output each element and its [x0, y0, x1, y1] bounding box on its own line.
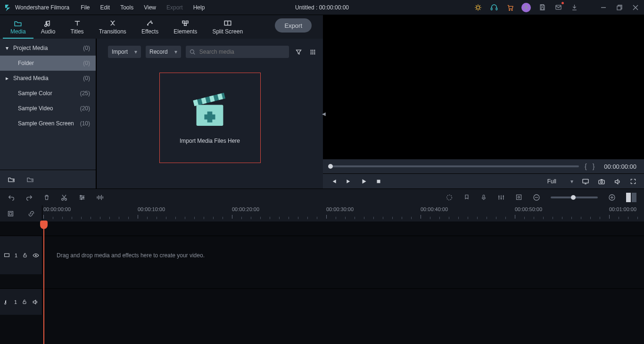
- svg-rect-76: [8, 211, 13, 216]
- window-close[interactable]: [631, 3, 640, 12]
- svg-rect-10: [496, 8, 497, 10]
- preview-scrubber[interactable]: [330, 165, 579, 167]
- svg-rect-81: [23, 302, 26, 304]
- menu-edit[interactable]: Edit: [97, 2, 114, 13]
- redo-icon[interactable]: [25, 194, 33, 201]
- tab-transitions[interactable]: Transitions: [91, 16, 134, 39]
- sidebar-item-sample-green[interactable]: Sample Green Screen (10): [0, 116, 96, 131]
- menubar: Wondershare Filmora File Edit Tools View…: [0, 0, 644, 15]
- snapshot-icon[interactable]: [598, 178, 605, 185]
- preview-timecode: 00:00:00:00: [604, 163, 636, 170]
- zoom-thumb[interactable]: [571, 195, 576, 200]
- user-avatar[interactable]: A: [521, 3, 531, 12]
- audio-mixer-icon[interactable]: [497, 194, 505, 201]
- zoom-in-icon[interactable]: [608, 194, 616, 201]
- media-sidebar: ▾ Project Media (0) Folder (0) ▸ Shared …: [0, 39, 97, 188]
- tips-icon[interactable]: [473, 3, 483, 12]
- sidebar-item-sample-video[interactable]: Sample Video (20): [0, 101, 96, 116]
- delete-folder-icon[interactable]: [26, 176, 34, 183]
- audio-waveform-icon[interactable]: [96, 194, 105, 201]
- preview-canvas[interactable]: [323, 15, 644, 159]
- drop-zone-label: Import Media Files Here: [180, 138, 240, 144]
- timeline-ruler[interactable]: 00:00:00:0000:00:10:0000:00:20:0000:00:3…: [42, 205, 644, 221]
- scrub-thumb[interactable]: [328, 164, 333, 169]
- undo-icon[interactable]: [8, 194, 15, 201]
- ruler-label: 00:00:10:00: [138, 206, 165, 212]
- volume-icon[interactable]: [614, 178, 621, 185]
- mark-out-icon[interactable]: }: [593, 163, 595, 170]
- playhead[interactable]: [43, 221, 44, 344]
- menu-file[interactable]: File: [77, 2, 93, 13]
- visibility-icon[interactable]: [33, 253, 39, 258]
- window-maximize[interactable]: [615, 3, 624, 12]
- download-icon[interactable]: [570, 3, 579, 12]
- video-track[interactable]: 1 Drag and drop media and effects here t…: [0, 236, 644, 274]
- sidebar-item-folder[interactable]: Folder (0): [0, 56, 96, 71]
- tab-titles[interactable]: Titles: [63, 16, 91, 39]
- timeline-view-toggle[interactable]: [626, 193, 636, 202]
- svg-point-37: [314, 53, 315, 55]
- voiceover-icon[interactable]: [480, 194, 487, 201]
- stop-icon[interactable]: [376, 179, 381, 184]
- tab-elements[interactable]: Elements: [166, 16, 205, 39]
- mute-icon[interactable]: [32, 299, 39, 305]
- menu-tools[interactable]: Tools: [116, 2, 137, 13]
- link-icon[interactable]: [28, 210, 35, 217]
- sidebar-item-sample-color[interactable]: Sample Color (25): [0, 86, 96, 101]
- prev-frame-icon[interactable]: [330, 178, 337, 185]
- track-manager-icon[interactable]: [7, 210, 14, 217]
- filter-icon[interactable]: [294, 49, 303, 56]
- save-icon[interactable]: [537, 3, 547, 12]
- delete-icon[interactable]: [43, 194, 50, 201]
- svg-point-58: [81, 198, 82, 200]
- svg-rect-22: [182, 21, 185, 24]
- grid-view-icon[interactable]: [308, 49, 317, 56]
- tab-audio[interactable]: Audio: [33, 16, 63, 39]
- display-icon[interactable]: [582, 178, 589, 185]
- cart-icon[interactable]: [505, 3, 515, 12]
- import-dropdown[interactable]: Import ▾: [108, 46, 141, 58]
- marker-icon[interactable]: [463, 194, 470, 201]
- support-icon[interactable]: [489, 3, 499, 12]
- messages-icon[interactable]: [553, 3, 563, 12]
- tab-splitscreen[interactable]: Split Screen: [205, 16, 250, 39]
- svg-rect-46: [377, 180, 380, 183]
- tab-effects[interactable]: Effects: [134, 16, 166, 39]
- new-folder-icon[interactable]: [8, 176, 15, 183]
- lock-icon[interactable]: [22, 252, 28, 258]
- zoom-out-icon[interactable]: [533, 194, 540, 201]
- search-input[interactable]: [186, 46, 289, 58]
- menu-view[interactable]: View: [140, 2, 160, 13]
- clapperboard-icon: [189, 91, 231, 129]
- import-drop-zone[interactable]: Import Media Files Here: [159, 73, 261, 163]
- sidebar-item-shared-media[interactable]: ▸ Shared Media (0): [0, 71, 96, 86]
- menu-export[interactable]: Export: [163, 2, 187, 13]
- transitions-icon: [108, 19, 117, 27]
- crop-icon[interactable]: [515, 194, 522, 201]
- chevron-down-icon: ▾: [5, 45, 9, 51]
- zoom-slider[interactable]: [551, 197, 598, 198]
- chevron-right-icon: ▸: [5, 75, 9, 82]
- menu-help[interactable]: Help: [190, 2, 209, 13]
- mark-in-icon[interactable]: {: [585, 163, 587, 170]
- splitscreen-icon: [223, 19, 232, 27]
- audio-track[interactable]: 1: [0, 288, 644, 315]
- chevron-down-icon: ▾: [174, 49, 177, 55]
- filmora-logo-icon: [4, 3, 12, 12]
- settings-icon[interactable]: [78, 194, 86, 201]
- preview-quality-dropdown[interactable]: Full ▾: [547, 178, 573, 185]
- svg-point-56: [80, 195, 82, 197]
- svg-rect-47: [583, 179, 588, 183]
- window-minimize[interactable]: [599, 3, 608, 12]
- record-dropdown[interactable]: Record ▾: [146, 46, 181, 58]
- lock-icon[interactable]: [22, 299, 27, 305]
- play-icon[interactable]: [361, 178, 367, 185]
- fullscreen-icon[interactable]: [630, 178, 636, 185]
- render-icon[interactable]: [446, 194, 453, 201]
- export-button[interactable]: Export: [275, 18, 312, 33]
- sidebar-item-project-media[interactable]: ▾ Project Media (0): [0, 41, 96, 56]
- collapse-handle-icon[interactable]: ◀: [322, 111, 326, 116]
- tab-media[interactable]: Media: [3, 16, 33, 39]
- cut-icon[interactable]: [60, 194, 68, 201]
- next-frame-icon[interactable]: [346, 178, 352, 185]
